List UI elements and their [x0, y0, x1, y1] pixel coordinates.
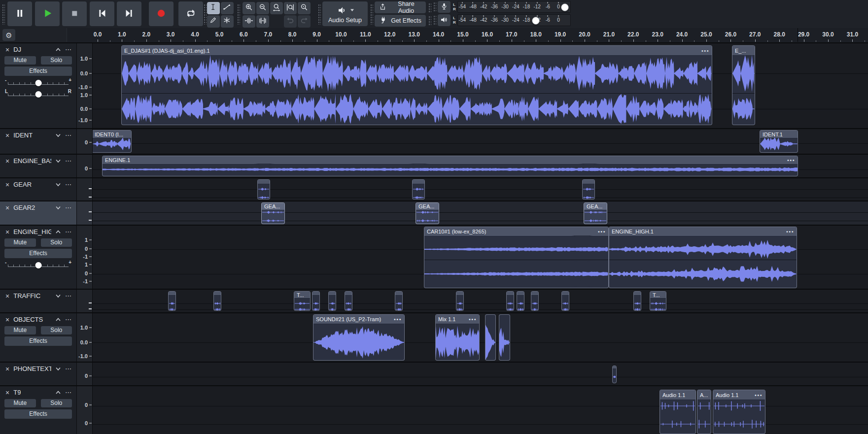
- track-header-engine_base[interactable]: ×ENGINE_BASE⋯: [0, 155, 77, 177]
- audio-clip[interactable]: ENGINE.1•••: [102, 156, 798, 176]
- mute-button[interactable]: Mute: [4, 399, 36, 407]
- close-track-icon[interactable]: ×: [5, 204, 9, 211]
- close-track-icon[interactable]: ×: [5, 366, 9, 372]
- close-track-icon[interactable]: ×: [5, 46, 9, 53]
- audio-clip[interactable]: [257, 179, 270, 200]
- clip-menu-icon[interactable]: •••: [783, 229, 794, 234]
- audio-clip[interactable]: T...: [294, 291, 311, 311]
- playback-meter[interactable]: LR-54-48-42-36-30-24-18-12-60: [433, 14, 571, 26]
- track-header-gear[interactable]: ×GEAR⋯: [0, 178, 77, 200]
- vertical-scale-ruler[interactable]: 0: [77, 363, 93, 385]
- get-effects-button[interactable]: Get Effects: [375, 15, 426, 27]
- track-content-traffic[interactable]: T...T...: [93, 290, 868, 312]
- audio-clip[interactable]: [561, 291, 569, 311]
- close-track-icon[interactable]: ×: [5, 132, 9, 139]
- audio-clip[interactable]: [517, 291, 524, 311]
- envelope-tool-button[interactable]: [221, 2, 234, 14]
- vertical-scale-ruler[interactable]: 0: [77, 129, 93, 154]
- chevron-up-icon[interactable]: [55, 317, 61, 322]
- track-menu-icon[interactable]: ⋯: [65, 389, 72, 396]
- audio-clip[interactable]: [328, 291, 336, 311]
- multi-tool-button[interactable]: [221, 15, 234, 28]
- clip-menu-icon[interactable]: •••: [784, 157, 795, 163]
- toolbar-drag-handle[interactable]: [1, 3, 5, 25]
- track-menu-icon[interactable]: ⋯: [65, 292, 72, 300]
- audio-clip[interactable]: [412, 179, 425, 200]
- track-header-phonetext[interactable]: ×PHONETEXT⋯: [0, 363, 77, 385]
- chevron-down-icon[interactable]: [55, 159, 61, 163]
- track-content-gear2[interactable]: GEA...GEA...GEA...: [93, 201, 868, 225]
- playback-meter-scale[interactable]: -54-48-42-36-30-24-18-12-60: [457, 14, 571, 26]
- solo-button[interactable]: Solo: [41, 238, 72, 247]
- track-menu-icon[interactable]: ⋯: [65, 181, 72, 188]
- audio-clip[interactable]: [312, 291, 320, 311]
- audio-clip[interactable]: [531, 291, 539, 311]
- audio-clip[interactable]: [633, 291, 641, 311]
- trim-audio-button[interactable]: [243, 15, 255, 28]
- audio-clip[interactable]: IDENT.1: [760, 130, 798, 153]
- track-menu-icon[interactable]: ⋯: [65, 316, 72, 323]
- redo-button[interactable]: [298, 15, 311, 28]
- skip-end-button[interactable]: [117, 1, 141, 26]
- gain-slider[interactable]: -+: [7, 260, 69, 269]
- solo-button[interactable]: Solo: [41, 326, 72, 334]
- audio-clip[interactable]: GEA...: [261, 202, 285, 224]
- audio-clip[interactable]: [168, 291, 176, 311]
- audio-clip[interactable]: Mix 1.1•••: [435, 314, 480, 361]
- stop-button[interactable]: [62, 1, 87, 26]
- pan-slider[interactable]: LR: [7, 89, 69, 99]
- effects-button[interactable]: Effects: [4, 249, 72, 258]
- meter-drag-handle[interactable]: [428, 15, 431, 26]
- recording-meter-button[interactable]: [438, 1, 451, 13]
- audio-clip[interactable]: GEA...: [416, 202, 439, 224]
- loop-button[interactable]: [178, 1, 203, 26]
- close-track-icon[interactable]: ×: [5, 229, 9, 235]
- audio-clip[interactable]: E_...: [732, 45, 755, 125]
- audio-clip[interactable]: Audio 1.1•••: [713, 390, 765, 434]
- audio-clip[interactable]: [506, 291, 514, 311]
- zoom-fit-button[interactable]: [284, 2, 297, 14]
- audio-clip[interactable]: ENGINE_HIGH.1•••: [609, 227, 797, 288]
- audio-clip[interactable]: E_DJAS#1 (DJAS-dj_asi_01.eng).1•••: [121, 45, 712, 125]
- vertical-scale-ruler[interactable]: [77, 201, 93, 225]
- slider-thumb[interactable]: [35, 262, 41, 268]
- audio-clip[interactable]: Audio 1.1: [660, 390, 696, 434]
- chevron-down-icon[interactable]: [55, 205, 61, 210]
- track-menu-icon[interactable]: ⋯: [65, 365, 72, 372]
- track-content-engine_base[interactable]: ENGINE.1•••: [93, 155, 868, 177]
- draw-tool-button[interactable]: [207, 15, 220, 28]
- slider-thumb[interactable]: [35, 80, 41, 86]
- slider-thumb[interactable]: [35, 91, 41, 98]
- audio-clip[interactable]: A...: [697, 390, 711, 434]
- audio-clip[interactable]: SOUND#21 (US_P2-Tram)•••: [313, 314, 405, 361]
- track-menu-icon[interactable]: ⋯: [65, 157, 72, 165]
- chevron-up-icon[interactable]: [55, 230, 61, 234]
- meter-drag-handle[interactable]: [428, 2, 431, 13]
- track-header-t9[interactable]: ×T9⋯MuteSoloEffects: [0, 386, 77, 434]
- audio-clip[interactable]: [395, 291, 403, 311]
- vertical-scale-ruler[interactable]: 1.00.0-1.01.00.0-1.0: [77, 43, 93, 128]
- clip-menu-icon[interactable]: •••: [391, 316, 402, 322]
- toolbar-drag-handle[interactable]: [317, 3, 321, 25]
- audio-setup-button[interactable]: Audio Setup: [322, 1, 368, 26]
- chevron-down-icon[interactable]: [55, 294, 61, 298]
- solo-button[interactable]: Solo: [41, 399, 72, 407]
- track-menu-icon[interactable]: ⋯: [65, 228, 72, 235]
- close-track-icon[interactable]: ×: [5, 293, 9, 300]
- audio-clip[interactable]: [213, 291, 221, 311]
- clip-title-bar[interactable]: E_DJAS#1 (DJAS-dj_asi_01.eng).1•••: [122, 46, 712, 56]
- share-audio-button[interactable]: Share Audio: [375, 1, 426, 13]
- chevron-up-icon[interactable]: [55, 390, 61, 395]
- track-menu-icon[interactable]: ⋯: [65, 132, 72, 139]
- toolbar-drag-handle[interactable]: [203, 3, 207, 25]
- meter-grip[interactable]: [433, 15, 436, 26]
- audio-clip[interactable]: IDENT0 (I...: [93, 130, 132, 153]
- track-content-engine_high[interactable]: CAR10#1 (low-ex_8265)•••ENGINE_HIGH.1•••: [93, 226, 868, 289]
- clip-menu-icon[interactable]: •••: [698, 48, 709, 54]
- audio-clip[interactable]: [582, 179, 595, 200]
- track-content-gear[interactable]: [93, 178, 868, 200]
- timeline-options-button[interactable]: ⚙: [2, 29, 15, 41]
- track-header-traffic[interactable]: ×TRAFFIC⋯: [0, 290, 77, 312]
- solo-button[interactable]: Solo: [41, 56, 72, 65]
- track-header-objects[interactable]: ×OBJECTS⋯MuteSoloEffects: [0, 313, 77, 362]
